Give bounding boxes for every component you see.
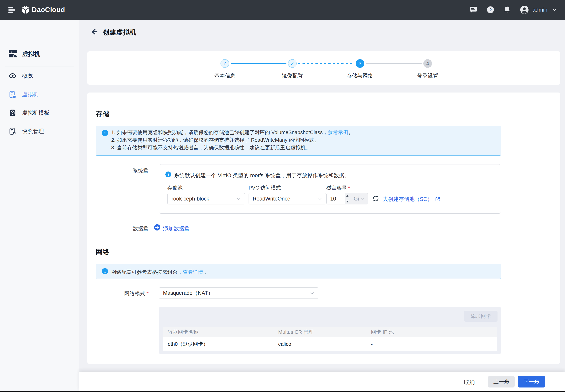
sidebar-item-vm-templates[interactable]: 虚拟机模板 — [0, 106, 79, 120]
storage-alert-text: 1. 如果需要使用克隆和快照功能，请确保您的存储池已经创建了对应的 Volume… — [111, 128, 494, 152]
message-icon[interactable] — [469, 6, 477, 14]
username[interactable]: admin — [533, 7, 547, 13]
sidebar-item-label: 快照管理 — [22, 127, 44, 135]
sidebar-item-overview[interactable]: 概览 — [0, 69, 79, 83]
data-disk-label: 数据盘 — [87, 225, 149, 232]
cell-nic-name: eth0（默认网卡） — [163, 337, 278, 351]
capacity-unit-select: Gi — [350, 193, 368, 204]
system-disk-info-text: 系统默认创建一个 VirtIO 类型的 rootfs 系统盘，用于存放操作系统和… — [174, 172, 350, 179]
col-multus-cr: Multus CR 管理 — [278, 327, 371, 337]
nic-table: 容器网卡名称 Multus CR 管理 网卡 IP 池 eth0（默认网卡） c… — [163, 327, 497, 351]
stepper-down-icon[interactable] — [345, 199, 350, 204]
snapshot-icon — [9, 127, 16, 135]
sidebar: 虚拟机 概览 虚拟机 — [0, 20, 79, 392]
system-disk-label: 系统盘 — [87, 167, 149, 174]
next-step-button[interactable]: 下一步 — [518, 376, 545, 388]
notifications-bell-icon[interactable] — [503, 6, 511, 14]
step-3-circle[interactable]: 3 — [356, 59, 364, 68]
step-connector-3 — [366, 63, 422, 64]
network-info-alert: i 网络配置可参考表格按需组合，查看详情 。 — [96, 264, 501, 279]
plus-circle-icon[interactable] — [154, 224, 160, 230]
sidebar-item-virtual-machines[interactable]: 虚拟机 — [0, 87, 79, 101]
storage-alert-line1-suffix: 。 — [348, 129, 353, 135]
sidebar-item-snapshots[interactable]: 快照管理 — [0, 124, 79, 138]
disk-capacity-input-group: 10 Gi — [327, 193, 368, 204]
sidebar-divider — [5, 66, 74, 67]
window-bottom-edge — [0, 391, 565, 392]
cancel-button[interactable]: 取消 — [464, 378, 475, 386]
disk-capacity-label: 磁盘容量* — [327, 184, 350, 191]
nic-table-row[interactable]: eth0（默认网卡） calico - — [163, 337, 497, 351]
brand-name: DaoCloud — [32, 6, 65, 14]
chevron-down-icon — [236, 196, 241, 201]
vm-module-icon — [8, 49, 18, 59]
add-nic-button[interactable]: 添加网卡 — [464, 311, 498, 322]
eye-icon — [9, 72, 16, 80]
chevron-down-icon — [360, 196, 365, 201]
sidebar-item-label: 虚拟机 — [22, 91, 38, 98]
refresh-icon[interactable] — [372, 195, 379, 203]
pvc-access-mode-select[interactable]: ReadWriteOnce — [249, 193, 326, 204]
network-mode-value: Masquerade（NAT） — [163, 290, 213, 296]
step-2-check-icon[interactable]: ✓ — [288, 59, 297, 68]
pvc-access-mode-label: PVC 访问模式 — [249, 184, 281, 191]
daocloud-logo-icon — [21, 5, 30, 15]
network-alert-text: 网络配置可参考表格按需组合，查看详情 。 — [111, 268, 494, 276]
sidebar-module-header: 虚拟机 — [0, 46, 79, 60]
cell-multus-cr: calico — [278, 337, 371, 351]
storage-network-form-card: 存储 i 1. 如果需要使用克隆和快照功能，请确保您的存储池已经创建了对应的 V… — [87, 93, 560, 364]
svg-text:?: ? — [489, 7, 492, 12]
step-2-label: 镜像配置 — [269, 72, 316, 79]
sidebar-item-label: 概览 — [22, 72, 33, 80]
col-ip-pool: 网卡 IP 池 — [371, 327, 497, 337]
avatar[interactable] — [520, 5, 528, 14]
chevron-down-icon — [310, 291, 315, 295]
step-1-label: 基本信息 — [201, 72, 248, 79]
pvc-access-mode-value: ReadWriteOnce — [253, 196, 290, 202]
sidebar-module-title: 虚拟机 — [22, 50, 40, 58]
external-link-icon[interactable] — [435, 196, 440, 202]
create-storage-class-link[interactable]: 去创建存储池（SC） — [383, 196, 432, 203]
step-1-check-icon[interactable]: ✓ — [221, 59, 229, 68]
storage-section-heading: 存储 — [96, 109, 109, 119]
vm-template-icon — [9, 109, 16, 117]
info-icon: i — [102, 130, 108, 136]
nic-table-header: 容器网卡名称 Multus CR 管理 网卡 IP 池 — [163, 327, 497, 337]
help-icon[interactable]: ? — [486, 6, 495, 14]
network-mode-label: 网络模式* — [87, 290, 149, 297]
chevron-down-icon — [317, 196, 323, 201]
network-mode-select[interactable]: Masquerade（NAT） — [159, 287, 318, 299]
storage-pool-select[interactable]: rook-ceph-block — [167, 193, 245, 204]
reference-example-link[interactable]: 参考示例 — [328, 129, 348, 135]
step-3-label: 存储与网络 — [336, 72, 384, 79]
network-section-heading: 网络 — [96, 247, 109, 257]
storage-info-alert: i 1. 如果需要使用克隆和快照功能，请确保您的存储池已经创建了对应的 Volu… — [96, 126, 501, 156]
menu-toggle-icon[interactable] — [8, 7, 15, 13]
storage-pool-label: 存储池 — [167, 184, 183, 191]
storage-alert-line3: 3. 当前存储类型可能不支持热增减磁盘，为确保数据准确性，建议在更新后重启虚拟机… — [111, 145, 311, 151]
capacity-stepper — [345, 193, 350, 204]
step-4-label: 登录设置 — [404, 72, 451, 79]
step-4-circle: 4 — [423, 59, 432, 68]
wizard-footer: 取消 上一步 下一步 — [79, 372, 565, 391]
stepper-up-icon[interactable] — [345, 193, 350, 199]
capacity-unit-value: Gi — [354, 196, 359, 202]
view-details-link[interactable]: 查看详情 — [183, 269, 203, 275]
vm-doc-cloud-icon — [9, 90, 16, 98]
previous-step-button[interactable]: 上一步 — [488, 376, 515, 388]
disk-capacity-input[interactable]: 10 — [327, 193, 345, 204]
back-arrow-icon[interactable] — [90, 28, 99, 36]
wizard-stepper: ✓ ✓ 3 4 基本信息 镜像配置 存储与网络 登录设置 — [87, 51, 560, 85]
storage-alert-line1: 1. 如果需要使用克隆和快照功能，请确保您的存储池已经创建了对应的 Volume… — [111, 129, 328, 135]
top-navbar: DaoCloud ? admin — [0, 0, 565, 20]
add-data-disk-link[interactable]: 添加数据盘 — [163, 225, 190, 232]
cell-ip-pool: - — [371, 337, 497, 351]
user-menu-chevron-down-icon[interactable] — [552, 7, 558, 13]
info-icon: i — [165, 171, 171, 177]
info-icon: i — [102, 268, 108, 274]
col-nic-name: 容器网卡名称 — [163, 327, 278, 337]
storage-alert-line2: 2. 如果需要使用实时迁移功能，请确保您的存储支持并选择了 ReadWriteM… — [111, 137, 319, 143]
storage-pool-value: rook-ceph-block — [171, 196, 209, 202]
page-title: 创建虚拟机 — [103, 28, 136, 37]
nic-panel: 添加网卡 容器网卡名称 Multus CR 管理 网卡 IP 池 eth0（默认… — [159, 307, 501, 354]
